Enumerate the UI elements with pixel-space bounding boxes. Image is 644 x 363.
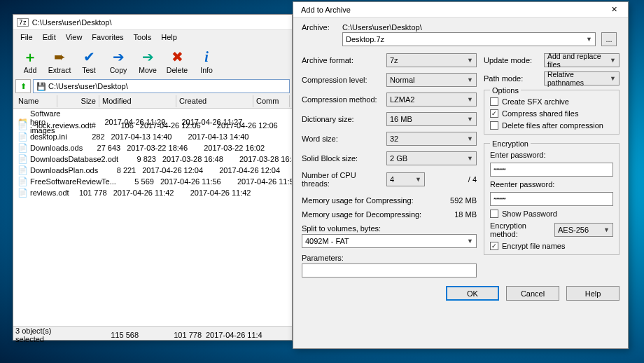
file-modified: 2017-03-28 16:48 — [160, 155, 237, 163]
odt-icon — [18, 177, 28, 186]
encryption-legend: Encryption — [490, 139, 531, 148]
app-icon: 7z — [17, 18, 29, 27]
format-select[interactable]: 7z▼ — [386, 53, 477, 67]
menu-view[interactable]: View — [61, 32, 88, 43]
method-select[interactable]: LZMA2▼ — [386, 93, 477, 107]
file-list[interactable]: Software hero images2017-04-26 11:292017… — [13, 109, 292, 326]
file-created: 2017-04-26 12:06 — [215, 121, 292, 130]
file-modified: 2017-03-22 18:46 — [125, 144, 202, 152]
encryption-fieldset: Encryption Enter password: ******** Reen… — [484, 143, 620, 255]
file-name: DownloadsPlan.ods — [30, 166, 98, 174]
up-button[interactable]: ⬆ — [15, 79, 31, 93]
col-comment[interactable]: Comm — [253, 95, 290, 107]
close-button[interactable]: ✕ — [603, 5, 624, 14]
enc-method-select[interactable]: AES-256▼ — [554, 223, 613, 237]
show-password-checkbox[interactable]: Show Password — [490, 210, 613, 218]
archive-file-select[interactable]: Desktop.7z▼ — [342, 32, 596, 46]
chevron-down-icon: ▼ — [467, 238, 473, 245]
col-modified[interactable]: Modified — [99, 95, 176, 107]
update-select[interactable]: Add and replace files▼ — [544, 53, 620, 67]
mem-d-label: Memory usage for Decompressing: — [302, 210, 450, 219]
move-icon: ➔ — [142, 48, 154, 66]
menu-help[interactable]: Help — [156, 32, 182, 43]
file-header: Name Size Modified Created Comm — [13, 95, 292, 109]
file-size: 5 569 — [116, 177, 158, 186]
add-icon: ＋ — [23, 48, 37, 66]
dict-label: Dictionary size: — [302, 115, 382, 123]
txt-icon — [18, 132, 28, 142]
file-modified: 2017-04-26 12:06 — [138, 121, 215, 130]
path-input[interactable]: 💾 C:\Users\user\Desktop\ — [33, 79, 290, 93]
dict-select[interactable]: 16 MB▼ — [386, 112, 477, 126]
pathmode-select[interactable]: Relative pathnames▼ — [544, 71, 620, 85]
file-row[interactable]: Software hero images2017-04-26 11:292017… — [13, 109, 292, 120]
browse-button[interactable]: ... — [601, 32, 617, 46]
chevron-down-icon: ▼ — [610, 75, 616, 82]
menu-favorites[interactable]: Favorites — [87, 32, 128, 43]
param-input[interactable] — [302, 263, 477, 278]
tool-copy[interactable]: ➔Copy — [104, 48, 133, 74]
update-label: Update mode: — [484, 56, 540, 64]
file-row[interactable]: desktop.ini2822017-04-13 14:402017-04-13… — [13, 131, 292, 142]
tool-move[interactable]: ➔Move — [133, 48, 162, 74]
word-select[interactable]: 32▼ — [386, 132, 477, 146]
up-icon: ⬆ — [20, 82, 27, 91]
tool-test[interactable]: ✔Test — [74, 48, 104, 74]
window-title: C:\Users\user\Desktop\ — [32, 18, 288, 27]
cancel-button[interactable]: Cancel — [506, 286, 559, 301]
main-titlebar: 7z C:\Users\user\Desktop\ — [13, 15, 292, 30]
chevron-down-icon: ▼ — [415, 176, 421, 183]
tool-extract[interactable]: ➨Extract — [45, 48, 74, 74]
split-select[interactable]: 4092M - FAT▼ — [302, 234, 477, 248]
tool-delete[interactable]: ✖Delete — [162, 48, 192, 74]
info-icon: i — [204, 48, 209, 66]
shared-checkbox[interactable]: ✓Compress shared files — [490, 109, 613, 118]
file-modified: 2017-04-26 11:42 — [111, 189, 188, 197]
chevron-down-icon: ▼ — [603, 226, 610, 233]
menu-tools[interactable]: Tools — [129, 32, 157, 43]
close-icon: ✕ — [611, 5, 617, 13]
file-name: Downloads.ods — [30, 144, 83, 152]
col-name[interactable]: Name — [15, 95, 57, 107]
password2-label: Reenter password: — [490, 180, 613, 189]
file-size: 8 221 — [98, 166, 140, 174]
file-row[interactable]: DownloadsPlan.ods8 2212017-04-26 12:0420… — [13, 165, 292, 176]
checkbox-icon — [490, 97, 498, 106]
col-created[interactable]: Created — [176, 95, 253, 107]
block-select[interactable]: 2 GB▼ — [386, 151, 477, 165]
test-icon: ✔ — [83, 48, 95, 66]
level-select[interactable]: Normal▼ — [386, 73, 477, 87]
split-label: Split to volumes, bytes: — [302, 224, 381, 233]
delete-after-checkbox[interactable]: Delete files after compression — [490, 121, 613, 130]
options-legend: Options — [490, 86, 521, 95]
password2-input[interactable]: ******** — [490, 192, 613, 206]
ok-button[interactable]: OK — [446, 286, 499, 301]
delete-icon: ✖ — [172, 48, 183, 66]
file-row[interactable]: DownloadsDatabase2.odt9 8232017-03-28 16… — [13, 153, 292, 165]
chevron-down-icon: ▼ — [467, 76, 473, 83]
file-row[interactable]: .~lock.reviews.odt#1062017-04-26 12:0620… — [13, 120, 292, 131]
dialog-titlebar: Add to Archive ✕ — [293, 2, 628, 18]
encrypt-names-checkbox[interactable]: ✓Encrypt file names — [490, 242, 613, 250]
toolbar: ＋Add ➨Extract ✔Test ➔Copy ➔Move ✖Delete … — [13, 44, 292, 78]
file-row[interactable]: FreeSoftwareReviewTe...5 5692017-04-26 1… — [13, 176, 292, 187]
file-name: DownloadsDatabase2.odt — [30, 155, 118, 163]
col-size[interactable]: Size — [57, 95, 99, 107]
level-label: Compression level: — [302, 76, 382, 84]
file-name: reviews.odt — [30, 189, 69, 197]
menubar: File Edit View Favorites Tools Help — [13, 30, 292, 44]
help-button[interactable]: Help — [566, 286, 620, 301]
drive-icon: 💾 — [36, 82, 46, 91]
menu-file[interactable]: File — [15, 32, 38, 43]
checkbox-icon: ✓ — [490, 109, 498, 118]
tool-info[interactable]: iInfo — [192, 48, 221, 74]
threads-select[interactable]: 4▼ — [386, 172, 425, 186]
file-name: desktop.ini — [30, 132, 67, 141]
file-row[interactable]: Downloads.ods27 6432017-03-22 18:462017-… — [13, 142, 292, 153]
sfx-checkbox[interactable]: Create SFX archive — [490, 97, 613, 106]
file-row[interactable]: reviews.odt101 7782017-04-26 11:422017-0… — [13, 187, 292, 198]
chevron-down-icon: ▼ — [467, 57, 473, 64]
password-input[interactable]: ******** — [490, 163, 613, 177]
tool-add[interactable]: ＋Add — [15, 48, 45, 74]
menu-edit[interactable]: Edit — [38, 32, 61, 43]
